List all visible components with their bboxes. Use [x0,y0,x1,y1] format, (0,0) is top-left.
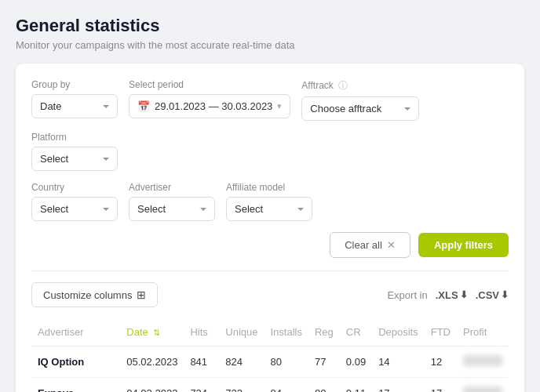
sort-icon: ⇅ [153,328,160,338]
cell-deposits: 17 [372,378,425,393]
statistics-table: Advertiser Date ⇅ Hits Unique Installs R… [31,318,509,392]
filter-row-1: Group by Date Week Month Select period 📅… [31,79,509,171]
table-header: Advertiser Date ⇅ Hits Unique Installs R… [31,318,509,347]
col-installs: Installs [265,318,308,347]
filter-row-2: Country Select Advertiser Select Affilia… [31,182,509,221]
col-advertiser: Advertiser [31,318,120,347]
export-csv-button[interactable]: .CSV ⬇ [476,289,509,301]
country-select[interactable]: Select [31,197,118,221]
page-title: General statistics [16,16,524,36]
export-label: Export in [387,289,427,301]
platform-select[interactable]: Select [31,147,118,171]
export-group: Export in .XLS ⬇ .CSV ⬇ [387,289,509,301]
cell-installs: 80 [265,347,308,378]
advertiser-filter: Advertiser Select [129,182,215,221]
date-range-value: 29.01.2023 — 30.03.2023 [155,100,272,112]
clear-all-button[interactable]: Clear all ✕ [330,232,410,258]
afftrack-label: Afftrack ⓘ [301,79,419,93]
table-row: Exnova 04.02.2023 734 722 84 80 0.11 17 … [31,378,509,393]
group-by-select[interactable]: Date Week Month [31,94,118,118]
table-body: IQ Option 05.02.2023 841 824 80 77 0.09 … [31,347,509,393]
cell-date: 05.02.2023 [120,347,184,378]
cell-reg: 77 [308,347,340,378]
period-filter: Select period 📅 29.01.2023 — 30.03.2023 … [129,79,290,118]
divider [31,270,509,271]
group-by-label: Group by [31,79,118,90]
cell-cr: 0.11 [340,378,372,393]
csv-label: .CSV [476,289,499,301]
affiliate-model-select[interactable]: Select [226,197,312,221]
cell-hits: 841 [184,347,219,378]
col-cr: CR [340,318,372,347]
cell-profit [457,347,509,378]
afftrack-filter: Afftrack ⓘ Choose afftrack [301,79,419,121]
platform-label: Platform [31,132,118,143]
cell-ftd: 17 [425,378,457,393]
cell-installs: 84 [265,378,308,393]
customize-columns-button[interactable]: Customize columns ⊞ [31,282,158,307]
cell-cr: 0.09 [340,347,372,378]
table-toolbar: Customize columns ⊞ Export in .XLS ⬇ .CS… [31,282,509,307]
calendar-icon: 📅 [137,100,150,112]
clear-all-label: Clear all [345,239,382,251]
cell-hits: 734 [184,378,219,393]
cell-advertiser: IQ Option [31,347,120,378]
col-deposits: Deposits [372,318,425,347]
customize-columns-label: Customize columns [43,289,132,301]
cell-ftd: 12 [425,347,457,378]
cell-unique: 722 [219,378,264,393]
col-reg: Reg [308,318,340,347]
country-label: Country [31,182,118,193]
table-row: IQ Option 05.02.2023 841 824 80 77 0.09 … [31,347,509,378]
country-filter: Country Select [31,182,118,221]
group-by-filter: Group by Date Week Month [31,79,118,118]
csv-download-icon: ⬇ [501,289,509,300]
affiliate-model-label: Affiliate model [226,182,312,193]
cell-reg: 80 [308,378,340,393]
col-ftd: FTD [425,318,457,347]
apply-filters-label: Apply filters [434,239,493,251]
cell-deposits: 14 [372,347,425,378]
affiliate-model-filter: Affiliate model Select [226,182,312,221]
main-card: Group by Date Week Month Select period 📅… [16,64,524,392]
afftrack-info-icon: ⓘ [338,80,348,91]
col-profit: Profit [457,318,509,347]
advertiser-filter-label: Advertiser [129,182,215,193]
clear-x-icon: ✕ [387,239,396,251]
advertiser-select[interactable]: Select [129,197,215,221]
cell-advertiser: Exnova [31,378,120,393]
xls-download-icon: ⬇ [460,289,468,300]
export-xls-button[interactable]: .XLS ⬇ [436,289,468,301]
customize-icon: ⊞ [137,289,146,301]
col-hits: Hits [184,318,219,347]
date-range-input[interactable]: 📅 29.01.2023 — 30.03.2023 ▾ [129,94,290,118]
platform-filter: Platform Select [31,132,118,171]
xls-label: .XLS [436,289,458,301]
afftrack-select[interactable]: Choose afftrack [301,96,419,121]
date-chevron-icon: ▾ [277,101,282,111]
filter-actions: Clear all ✕ Apply filters [31,232,509,258]
cell-date: 04.02.2023 [120,378,184,393]
cell-unique: 824 [219,347,264,378]
cell-profit [457,378,509,393]
period-label: Select period [129,79,290,90]
apply-filters-button[interactable]: Apply filters [418,233,509,257]
col-unique: Unique [219,318,264,347]
col-date[interactable]: Date ⇅ [120,318,184,347]
page-subtitle: Monitor your campaigns with the most acc… [16,39,524,51]
